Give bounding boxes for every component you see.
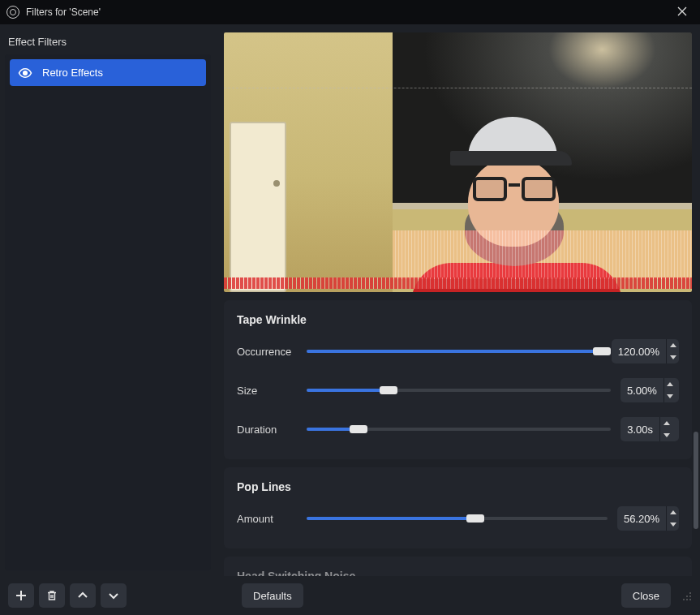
spin-value[interactable]: 5.00%	[621, 378, 663, 402]
move-down-button[interactable]	[101, 583, 127, 608]
settings-scrollbar[interactable]	[692, 305, 700, 565]
spin-up-icon[interactable]	[667, 506, 679, 518]
spin-occurrence[interactable]: 120.00%	[612, 339, 679, 363]
spin-down-icon[interactable]	[667, 518, 679, 531]
filters-list[interactable]: Retro Effects	[5, 54, 211, 570]
sidebar: Effect Filters Retro Effects	[0, 24, 216, 576]
section-title: Head Switching Noise	[237, 570, 679, 576]
spin-up-icon[interactable]	[660, 417, 672, 429]
footer: Defaults Close	[0, 576, 700, 615]
delete-filter-button[interactable]	[39, 583, 65, 608]
button-label: Defaults	[253, 590, 292, 602]
row-size: Size 5.00%	[237, 378, 679, 402]
spin-duration[interactable]: 3.00s	[621, 417, 679, 441]
titlebar: Filters for 'Scene'	[0, 0, 700, 24]
svg-point-6	[689, 599, 691, 600]
row-amount: Amount 56.20%	[237, 506, 679, 531]
filter-item-retro-effects[interactable]: Retro Effects	[10, 59, 206, 86]
row-duration: Duration 3.00s	[237, 417, 679, 441]
slider-duration[interactable]	[307, 422, 611, 437]
resize-grip-icon[interactable]	[681, 590, 692, 601]
spin-up-icon[interactable]	[664, 378, 676, 390]
slider-size[interactable]	[307, 383, 611, 398]
row-label: Duration	[237, 424, 297, 436]
svg-point-1	[689, 592, 691, 594]
filter-item-label: Retro Effects	[42, 67, 103, 79]
svg-point-4	[683, 599, 685, 600]
spin-down-icon[interactable]	[667, 351, 679, 363]
spin-value[interactable]: 56.20%	[617, 506, 666, 531]
settings-scroll[interactable]: Tape Wrinkle Occurrence 120.00%	[224, 300, 692, 576]
row-occurrence: Occurrence 120.00%	[237, 339, 679, 363]
defaults-button[interactable]: Defaults	[242, 583, 303, 608]
slider-occurrence[interactable]	[307, 344, 602, 359]
add-filter-button[interactable]	[8, 583, 34, 608]
slider-amount[interactable]	[307, 511, 608, 526]
window-close-button[interactable]	[671, 3, 694, 21]
svg-point-2	[686, 596, 688, 597]
svg-point-5	[686, 599, 688, 600]
section-pop-lines: Pop Lines Amount 56.20%	[224, 467, 692, 548]
section-head-switching: Head Switching Noise	[224, 557, 692, 576]
scrollbar-thumb[interactable]	[694, 432, 698, 529]
spin-value[interactable]: 120.00%	[612, 339, 666, 363]
section-title: Pop Lines	[237, 480, 679, 493]
spin-size[interactable]: 5.00%	[621, 378, 679, 402]
window-title: Filters for 'Scene'	[26, 6, 101, 18]
svg-point-0	[24, 71, 28, 75]
row-label: Size	[237, 385, 297, 397]
row-label: Occurrence	[237, 346, 297, 358]
move-up-button[interactable]	[70, 583, 96, 608]
main-panel: OLFA Tape Wrinkle Occurrence	[216, 24, 700, 576]
button-label: Close	[633, 590, 659, 602]
spin-value[interactable]: 3.00s	[621, 417, 659, 441]
row-label: Amount	[237, 513, 297, 525]
section-title: Tape Wrinkle	[237, 313, 679, 326]
svg-point-3	[689, 596, 691, 597]
app-icon	[6, 6, 19, 19]
section-tape-wrinkle: Tape Wrinkle Occurrence 120.00%	[224, 300, 692, 459]
sidebar-header: Effect Filters	[0, 32, 216, 54]
preview: OLFA	[224, 32, 692, 292]
spin-amount[interactable]: 56.20%	[617, 506, 679, 531]
visibility-icon[interactable]	[18, 68, 32, 78]
spin-up-icon[interactable]	[667, 339, 679, 351]
close-button[interactable]: Close	[621, 583, 671, 608]
spin-down-icon[interactable]	[664, 390, 676, 402]
spin-down-icon[interactable]	[660, 429, 672, 441]
